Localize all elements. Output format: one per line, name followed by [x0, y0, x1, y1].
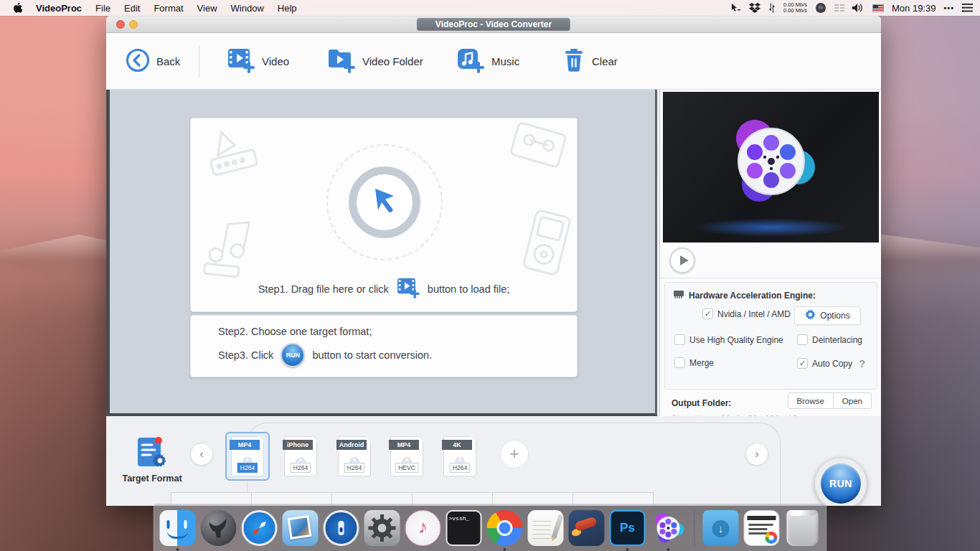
add-music-label: Music — [491, 55, 519, 67]
dock-finder[interactable] — [160, 510, 196, 546]
cursor-status-icon[interactable] — [730, 1, 741, 14]
run-badge-icon: RUN — [281, 343, 305, 367]
format-card-mp4-hevc[interactable]: MP4 HEVC — [390, 436, 423, 476]
dock-rocket-app[interactable] — [569, 510, 605, 546]
apple-menu-icon[interactable] — [13, 1, 22, 14]
hq-label: Use High Quality Engine — [689, 335, 783, 345]
hw-title-label: Hardware Acceleration Engine: — [689, 291, 816, 301]
format-card-iphone[interactable]: iPhone H264 — [284, 436, 317, 476]
notification-center-icon[interactable] — [962, 1, 973, 14]
menu-window[interactable]: Window — [231, 3, 264, 14]
drop-target-ring[interactable] — [338, 156, 431, 249]
dropbox-icon[interactable] — [749, 1, 760, 14]
merge-checkbox[interactable] — [674, 357, 685, 368]
volume-icon[interactable] — [852, 1, 864, 14]
autocopy-label: Auto Copy — [812, 359, 852, 369]
add-video-folder-button[interactable]: Video Folder — [327, 33, 423, 90]
add-format-button[interactable]: + — [500, 440, 529, 468]
videoproc-dock-icon — [651, 510, 687, 546]
trash-full-icon — [787, 510, 819, 546]
menu-file[interactable]: File — [95, 3, 110, 14]
run-button[interactable]: RUN — [814, 457, 867, 506]
dock-photoshop[interactable]: Ps — [610, 510, 646, 546]
file-list-area: Step1. Drag file here or click button to… — [106, 90, 657, 416]
options-button[interactable]: Options — [794, 306, 861, 325]
minimize-window-button[interactable] — [129, 20, 138, 29]
dock-launchpad[interactable] — [201, 510, 237, 546]
scroll-formats-left-button[interactable]: ‹ — [190, 443, 213, 466]
format-bottom-label: H264 — [344, 463, 364, 473]
running-indicator — [626, 548, 629, 551]
dock-videoproc[interactable] — [651, 510, 687, 546]
autocopy-checkbox[interactable]: ✓ — [797, 358, 808, 369]
browse-button[interactable]: Browse — [788, 392, 834, 409]
format-card-android[interactable]: Android H264 — [338, 436, 371, 476]
target-format-icon[interactable] — [136, 435, 169, 472]
format-top-label: MP4 — [389, 440, 419, 450]
play-icon — [680, 255, 689, 265]
add-music-button[interactable]: Music — [456, 33, 519, 90]
notes-icon — [528, 510, 564, 546]
sync-arrows-icon[interactable] — [768, 1, 776, 14]
step3-text-prefix: Step3. Click — [218, 349, 273, 361]
back-button[interactable]: Back — [126, 33, 180, 90]
logo-glow — [692, 218, 850, 237]
hq-checkbox[interactable] — [674, 334, 685, 345]
dock: ♪ >vssh_ Ps ↓ — [154, 504, 827, 551]
terminal-icon: >vssh_ — [446, 510, 482, 546]
plus-icon: + — [510, 445, 519, 463]
menu-format[interactable]: Format — [154, 3, 183, 14]
hq-checkbox-row[interactable]: Use High Quality Engine — [674, 334, 783, 345]
dock-1password[interactable] — [324, 510, 359, 546]
dock-minimized-window[interactable] — [744, 510, 780, 546]
open-button[interactable]: Open — [834, 392, 872, 409]
menu-view[interactable]: View — [197, 3, 217, 14]
1password-icon — [324, 510, 359, 546]
system-preferences-icon — [364, 510, 400, 546]
options-label: Options — [820, 311, 849, 321]
dock-trash[interactable] — [785, 510, 821, 546]
add-video-button[interactable]: Video — [227, 33, 289, 90]
siri-dots-icon[interactable]: ••• — [943, 4, 954, 12]
deinterlacing-label: Deinterlacing — [812, 335, 862, 345]
dock-itunes[interactable]: ♪ — [405, 510, 441, 546]
videoproc-logo — [717, 111, 825, 212]
step3-text-suffix: button to start conversion. — [312, 349, 432, 361]
keyboard-language-flag[interactable] — [872, 4, 884, 12]
play-button[interactable] — [669, 248, 695, 273]
close-window-button[interactable] — [116, 20, 125, 29]
menu-app-name[interactable]: VideoProc — [36, 3, 82, 14]
network-speed[interactable]: 0.00 Mb/s0.00 Mb/s — [783, 2, 807, 14]
format-card-selected[interactable]: MP4 H264 — [225, 432, 270, 481]
merge-label: Merge — [689, 358, 714, 368]
menu-edit[interactable]: Edit — [124, 3, 140, 14]
deinterlacing-checkbox[interactable] — [797, 334, 808, 345]
format-card-4k[interactable]: 4K H264 — [443, 436, 476, 476]
dock-downloads[interactable]: ↓ — [703, 510, 739, 546]
menu-help[interactable]: Help — [278, 3, 297, 14]
dock-mail[interactable] — [283, 510, 319, 546]
dock-chrome[interactable] — [487, 510, 523, 546]
help-icon[interactable]: ? — [859, 357, 865, 369]
gpu-checkbox-row[interactable]: ✓ Nvidia / Intel / AMD — [702, 309, 791, 319]
dock-terminal[interactable]: >vssh_ — [446, 510, 482, 546]
title-bar[interactable]: VideoProc - Video Converter — [106, 16, 881, 33]
inactive-columns-icon[interactable] — [834, 1, 844, 14]
deinterlacing-checkbox-row[interactable]: Deinterlacing — [797, 334, 862, 345]
merge-checkbox-row[interactable]: Merge — [674, 357, 714, 368]
dock-notes[interactable] — [528, 510, 564, 546]
videoproc-window: VideoProc - Video Converter Back Video V… — [106, 16, 881, 506]
menu-clock[interactable]: Mon 19:39 — [892, 3, 936, 14]
photoshop-icon: Ps — [610, 510, 646, 546]
autocopy-checkbox-row[interactable]: ✓ Auto Copy ? — [797, 357, 865, 369]
dock-safari[interactable] — [242, 510, 278, 546]
scroll-formats-right-button[interactable]: › — [745, 443, 768, 466]
dock-system-preferences[interactable] — [364, 510, 400, 546]
gpu-checkbox[interactable]: ✓ — [702, 309, 713, 319]
gear-icon — [805, 309, 816, 322]
drop-zone[interactable]: Step1. Drag file here or click button to… — [190, 118, 578, 312]
clear-button[interactable]: Clear — [564, 33, 618, 90]
running-indicator — [667, 548, 670, 551]
preview-panel: Hardware Acceleration Engine: ✓ Nvidia /… — [659, 90, 881, 416]
app-status-icon[interactable] — [815, 1, 826, 14]
